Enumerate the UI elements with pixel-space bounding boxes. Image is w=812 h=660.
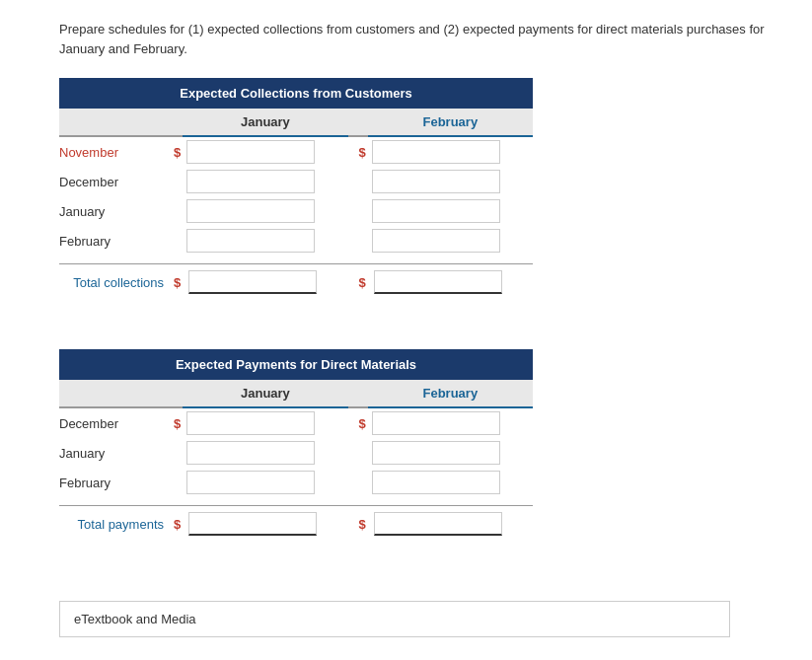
row-label-november: November [59, 136, 168, 167]
collections-feb-header: February [368, 109, 533, 136]
table-row: December $ $ [59, 407, 533, 438]
input-pfeb-jan[interactable] [186, 471, 315, 494]
input-nov-jan[interactable] [186, 140, 315, 164]
table-row: February [59, 226, 533, 256]
input-cell-nov-feb[interactable] [368, 136, 533, 167]
table-row: January [59, 196, 533, 226]
input-total-collections-feb[interactable] [374, 270, 502, 294]
dollar-total-feb: $ [348, 264, 368, 301]
input-cell-pdec-jan[interactable] [183, 407, 347, 438]
input-total-payments-jan[interactable] [188, 512, 317, 536]
table-row: February [59, 468, 533, 497]
input-cell-pjan-feb[interactable] [368, 438, 533, 468]
input-cell-ptotal-jan[interactable] [183, 506, 347, 543]
intro-text: Prepare schedules for (1) expected colle… [59, 20, 773, 58]
total-row-payments: Total payments $ $ [59, 506, 533, 543]
payments-table-header: Expected Payments for Direct Materials [59, 349, 533, 380]
collections-table-header: Expected Collections from Customers [59, 78, 533, 109]
input-cell-pfeb-jan[interactable] [183, 468, 347, 497]
dollar-ptotal-feb: $ [348, 506, 368, 543]
input-cell-dec-jan[interactable] [183, 167, 347, 196]
input-pjan-feb[interactable] [372, 441, 500, 465]
input-pdec-feb[interactable] [372, 411, 500, 435]
payments-feb-header: February [368, 380, 533, 407]
input-cell-feb-jan[interactable] [183, 226, 347, 256]
dollar-nov-feb: $ [348, 136, 368, 167]
input-jan-jan[interactable] [186, 199, 315, 223]
dollar-total-jan: $ [168, 264, 183, 301]
row-label-february: February [59, 226, 168, 256]
collections-table: Expected Collections from Customers Janu… [59, 78, 533, 300]
dollar-pdec-feb: $ [348, 407, 368, 438]
etextbook-bar[interactable]: eTextbook and Media [59, 601, 730, 637]
input-feb-jan[interactable] [186, 229, 315, 253]
total-row-collections: Total collections $ $ [59, 264, 533, 301]
row-label-pfebruary: February [59, 468, 168, 497]
input-cell-dec-feb[interactable] [368, 167, 533, 196]
dollar-pdec-jan: $ [168, 407, 183, 438]
table-row: January [59, 438, 533, 468]
collections-jan-header: January [183, 109, 347, 136]
input-cell-ptotal-feb[interactable] [368, 506, 533, 543]
page-container: Prepare schedules for (1) expected colle… [0, 0, 812, 660]
input-cell-total-feb[interactable] [368, 264, 533, 301]
payments-table: Expected Payments for Direct Materials J… [59, 349, 533, 542]
input-cell-nov-jan[interactable] [183, 136, 347, 167]
input-total-collections-jan[interactable] [188, 270, 317, 294]
row-label-pjanuary: January [59, 438, 168, 468]
input-cell-feb-feb[interactable] [368, 226, 533, 256]
row-label-december: December [59, 167, 168, 196]
input-pfeb-feb[interactable] [372, 471, 500, 494]
input-jan-feb[interactable] [372, 199, 500, 223]
dollar-nov-jan: $ [168, 136, 183, 167]
input-total-payments-feb[interactable] [374, 512, 502, 536]
input-cell-pjan-jan[interactable] [183, 438, 347, 468]
input-cell-total-jan[interactable] [183, 264, 347, 301]
input-cell-pfeb-feb[interactable] [368, 468, 533, 497]
input-dec-jan[interactable] [186, 170, 315, 193]
row-label-pdecember: December [59, 407, 168, 438]
input-pjan-jan[interactable] [186, 441, 315, 465]
input-pdec-jan[interactable] [186, 411, 315, 435]
input-cell-jan-jan[interactable] [183, 196, 347, 226]
total-collections-label: Total collections [59, 264, 168, 301]
row-label-january: January [59, 196, 168, 226]
dollar-ptotal-jan: $ [168, 506, 183, 543]
table-row: November $ $ [59, 136, 533, 167]
input-cell-jan-feb[interactable] [368, 196, 533, 226]
input-dec-feb[interactable] [372, 170, 500, 193]
total-payments-label: Total payments [59, 506, 168, 543]
payments-jan-header: January [183, 380, 347, 407]
table-row: December [59, 167, 533, 196]
input-nov-feb[interactable] [372, 140, 500, 164]
input-feb-feb[interactable] [372, 229, 500, 253]
input-cell-pdec-feb[interactable] [368, 407, 533, 438]
